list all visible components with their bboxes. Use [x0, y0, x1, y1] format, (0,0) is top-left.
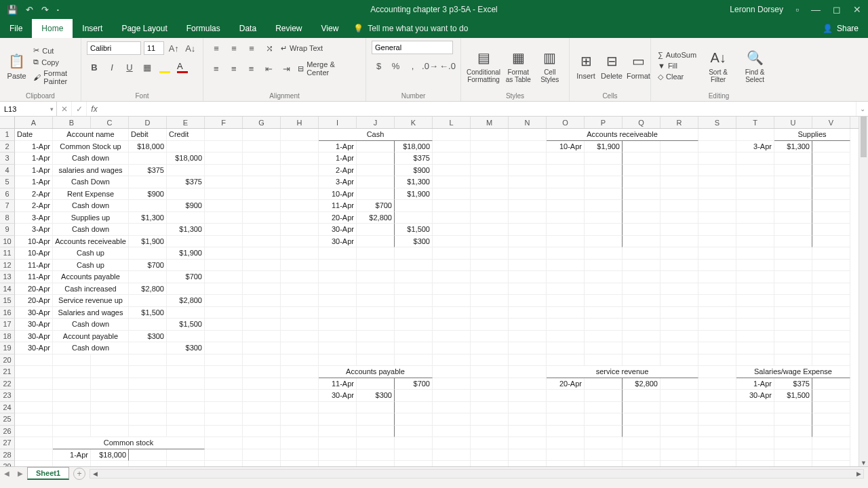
col-header-M[interactable]: M	[471, 117, 509, 128]
cell-J22[interactable]	[357, 378, 395, 390]
hscroll-right-icon[interactable]: ▶	[854, 470, 863, 478]
cell-J3[interactable]	[357, 152, 395, 165]
cell-U16[interactable]	[774, 307, 812, 319]
insert-cells-button[interactable]: ⊞Insert	[575, 52, 597, 80]
cell-F16[interactable]	[205, 307, 243, 319]
format-as-table-button[interactable]: ▦Format as Table	[505, 48, 532, 83]
cell-H15[interactable]	[281, 295, 319, 307]
cell-H7[interactable]	[281, 200, 319, 212]
cell-M3[interactable]	[471, 152, 509, 165]
cell-P26[interactable]	[585, 426, 623, 438]
expand-formula-icon[interactable]: ⌄	[856, 102, 868, 116]
cell-D23[interactable]	[129, 390, 167, 402]
cell-U3[interactable]	[774, 152, 812, 165]
cell-P27[interactable]	[585, 437, 623, 449]
cell-F14[interactable]	[205, 283, 243, 296]
cell-F20[interactable]	[205, 354, 243, 367]
cell-L27[interactable]	[433, 437, 471, 449]
cell-N13[interactable]	[509, 271, 547, 283]
cell-K18[interactable]	[395, 331, 433, 343]
increase-decimal-icon[interactable]: .0→	[422, 58, 437, 73]
cell-E7[interactable]: $900	[167, 200, 205, 212]
cell-R6[interactable]	[660, 188, 698, 201]
cell-A16[interactable]: 30-Apr	[15, 307, 53, 319]
cell-E24[interactable]	[167, 402, 205, 414]
cell-M13[interactable]	[471, 271, 509, 283]
cell-I25[interactable]	[319, 413, 357, 426]
cell-A10[interactable]: 10-Apr	[15, 236, 53, 248]
cell-Q22[interactable]: $2,800	[623, 378, 660, 390]
cell-N6[interactable]	[509, 188, 547, 201]
bold-button[interactable]: B	[87, 60, 102, 75]
cell-H3[interactable]	[281, 152, 319, 165]
row-header-26[interactable]: 26	[0, 426, 15, 438]
cell-I15[interactable]	[319, 295, 357, 307]
cell-E17[interactable]: $1,500	[167, 319, 205, 331]
cell-E4[interactable]	[167, 165, 205, 177]
cell-N12[interactable]	[509, 260, 547, 272]
cell-R19[interactable]	[660, 342, 698, 354]
maximize-icon[interactable]: ◻	[833, 4, 841, 15]
cell-H18[interactable]	[281, 331, 319, 343]
cell-R3[interactable]	[660, 152, 698, 165]
cell-H17[interactable]	[281, 319, 319, 331]
cell-E3[interactable]: $18,000	[167, 152, 205, 165]
cell-styles-button[interactable]: ▥Cell Styles	[536, 48, 564, 83]
cell-O19[interactable]	[547, 342, 585, 354]
cell-H2[interactable]	[281, 141, 319, 153]
decrease-indent-icon[interactable]: ⇤	[261, 61, 276, 76]
fx-icon[interactable]: fx	[87, 102, 102, 116]
cell-D16[interactable]: $1,500	[129, 307, 167, 319]
cell-D26[interactable]	[129, 426, 167, 438]
cell-H8[interactable]	[281, 212, 319, 224]
copy-button[interactable]: ⧉Copy	[32, 57, 75, 67]
row-header-28[interactable]: 28	[0, 449, 15, 462]
cell-N11[interactable]	[509, 247, 547, 260]
cell-B25[interactable]	[53, 413, 91, 426]
cell-F7[interactable]	[205, 200, 243, 212]
col-header-E[interactable]: E	[167, 117, 205, 128]
cell-E28[interactable]	[167, 449, 205, 462]
cell-B2[interactable]: Common Stock up	[53, 141, 129, 153]
cell-O6[interactable]	[547, 188, 585, 201]
cell-V26[interactable]	[812, 426, 850, 438]
cell-A12[interactable]: 11-Apr	[15, 260, 53, 272]
cell-O17[interactable]	[547, 319, 585, 331]
hscroll-left-icon[interactable]: ◀	[90, 470, 100, 478]
cell-A23[interactable]	[15, 390, 53, 402]
cell-U11[interactable]	[774, 247, 812, 260]
new-sheet-button[interactable]: +	[73, 468, 85, 480]
cell-L1[interactable]	[433, 129, 471, 141]
cell-S11[interactable]	[698, 247, 736, 260]
cell-S22[interactable]	[698, 378, 736, 390]
cell-S14[interactable]	[698, 283, 736, 296]
cell-I6[interactable]: 10-Apr	[319, 188, 357, 201]
cell-J19[interactable]	[357, 342, 395, 354]
cell-T9[interactable]	[736, 224, 774, 236]
cell-F24[interactable]	[205, 402, 243, 414]
cell-S28[interactable]	[698, 449, 736, 462]
cell-M22[interactable]	[471, 378, 509, 390]
col-header-C[interactable]: C	[91, 117, 129, 128]
cell-B4[interactable]: salaries and wages	[53, 165, 129, 177]
cell-D5[interactable]	[129, 176, 167, 188]
cell-M8[interactable]	[471, 212, 509, 224]
tell-me[interactable]: Tell me what you want to do	[368, 24, 468, 33]
cell-S18[interactable]	[698, 331, 736, 343]
cell-I24[interactable]	[319, 402, 357, 414]
cut-button[interactable]: ✂Cut	[32, 45, 75, 56]
cell-H26[interactable]	[281, 426, 319, 438]
row-header-19[interactable]: 19	[0, 342, 15, 354]
cell-A14[interactable]: 20-Apr	[15, 283, 53, 296]
cell-M18[interactable]	[471, 331, 509, 343]
cell-L26[interactable]	[433, 426, 471, 438]
cell-L23[interactable]	[433, 390, 471, 402]
cell-E16[interactable]	[167, 307, 205, 319]
conditional-formatting-button[interactable]: ▤Conditional Formatting	[467, 48, 500, 83]
cell-J24[interactable]	[357, 402, 395, 414]
cell-A17[interactable]: 30-Apr	[15, 319, 53, 331]
cell-K26[interactable]	[395, 426, 433, 438]
cell-H16[interactable]	[281, 307, 319, 319]
cell-P24[interactable]	[585, 402, 623, 414]
cell-S23[interactable]	[698, 390, 736, 402]
